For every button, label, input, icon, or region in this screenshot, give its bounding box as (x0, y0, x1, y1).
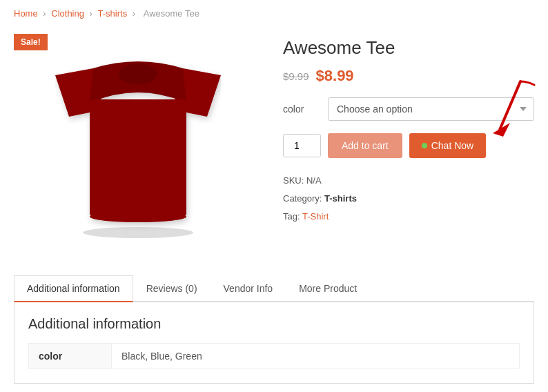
svg-rect-3 (90, 99, 186, 217)
action-row: Add to cart Chat Now (283, 133, 534, 158)
info-key: color (29, 344, 112, 369)
chat-now-button[interactable]: Chat Now (409, 133, 486, 158)
info-table: color Black, Blue, Green (28, 343, 520, 369)
breadcrumb-clothing[interactable]: Clothing (51, 8, 84, 19)
tag-label: Tag: (283, 211, 300, 222)
tag-row: Tag: T-Shirt (283, 208, 534, 226)
svg-point-5 (83, 227, 193, 238)
tab-content-additional-info: Additional information color Black, Blue… (14, 302, 534, 384)
product-details: Awesome Tee $9.99 $8.99 color Choose an … (283, 34, 534, 255)
tab-content-title: Additional information (28, 316, 520, 332)
price-old: $9.99 (283, 70, 309, 82)
sku-label: SKU: (283, 175, 304, 186)
product-title: Awesome Tee (283, 37, 534, 59)
tab-additional-info[interactable]: Additional information (14, 275, 133, 302)
price-wrap: $9.99 $8.99 (283, 67, 534, 85)
tabs-bar: Additional information Reviews (0) Vendo… (14, 275, 534, 302)
sku-row: SKU: N/A (283, 172, 534, 190)
svg-marker-7 (493, 123, 510, 137)
product-area: Sale! (0, 27, 548, 268)
color-select[interactable]: Choose an option Black Blue Green (328, 97, 534, 121)
product-image (14, 34, 262, 255)
tab-vendor-info[interactable]: Vendor Info (211, 275, 286, 302)
breadcrumb: Home › Clothing › T-shirts › Awesome Tee (0, 0, 548, 27)
breadcrumb-sep-1: › (43, 8, 48, 19)
tab-more-product[interactable]: More Product (286, 275, 370, 302)
color-label: color (283, 104, 317, 115)
breadcrumb-current: Awesome Tee (144, 8, 199, 19)
tshirt-svg (55, 48, 221, 241)
tabs-section: Additional information Reviews (0) Vendo… (0, 275, 548, 384)
add-to-cart-button[interactable]: Add to cart (328, 133, 402, 158)
product-image-wrap: Sale! (14, 34, 262, 255)
sku-value: N/A (306, 175, 322, 186)
category-row: Category: T-shirts (283, 190, 534, 208)
tag-value[interactable]: T-Shirt (302, 211, 329, 222)
info-value: Black, Blue, Green (112, 344, 520, 369)
meta-info: SKU: N/A Category: T-shirts Tag: T-Shirt (283, 172, 534, 226)
breadcrumb-sep-2: › (90, 8, 95, 19)
breadcrumb-sep-3: › (133, 8, 138, 19)
category-label: Category: (283, 193, 322, 204)
price-new: $8.99 (316, 67, 354, 85)
svg-point-4 (90, 211, 186, 222)
svg-point-2 (119, 63, 157, 84)
quantity-input[interactable] (283, 134, 321, 157)
sale-badge: Sale! (14, 34, 48, 50)
chat-now-label: Chat Now (431, 140, 473, 151)
breadcrumb-tshirts[interactable]: T-shirts (98, 8, 128, 19)
color-row: color Choose an option Black Blue Green (283, 97, 534, 121)
breadcrumb-home[interactable]: Home (14, 8, 38, 19)
chat-online-dot (422, 143, 427, 148)
tab-reviews[interactable]: Reviews (0) (133, 275, 211, 302)
table-row: color Black, Blue, Green (29, 344, 520, 369)
category-value: T-shirts (324, 193, 357, 204)
